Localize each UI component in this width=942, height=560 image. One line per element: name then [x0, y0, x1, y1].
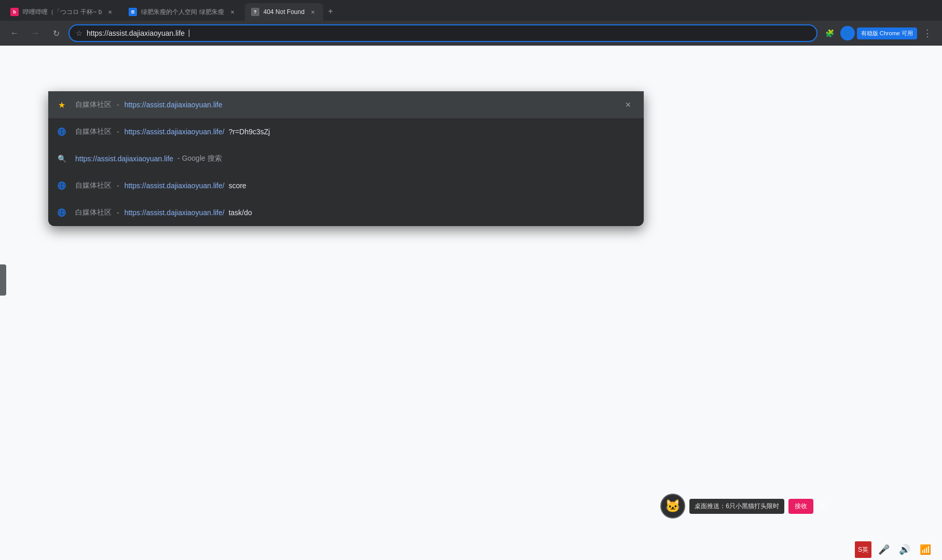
globe-icon [58, 128, 66, 136]
sidebar-toggle[interactable] [0, 264, 6, 296]
tab-close-0[interactable]: ✕ [106, 8, 114, 16]
browser-window: b哔哩哔哩（「つコロ 干杯~ b✕B绿肥朱瘦的个人空间 绿肥朱瘦✕?404 No… [0, 0, 942, 560]
autocomplete-url-path-4: task/do [229, 208, 252, 217]
autocomplete-item-0[interactable]: ★自媒体社区 - https://assist.dajiaxiaoyuan.li… [48, 91, 644, 118]
autocomplete-icon-3 [57, 180, 67, 191]
address-text: https://assist.dajiaxiaoyuan.life [87, 29, 185, 37]
autocomplete-site-name-4: 白媒体社区 [75, 208, 112, 217]
autocomplete-icon-1 [57, 127, 67, 137]
autocomplete-url-path-1: ?r=Dh9c3sZj [229, 128, 270, 136]
autocomplete-icon-0: ★ [57, 100, 67, 110]
autocomplete-sep-3: - [117, 181, 119, 190]
address-bar[interactable]: ☆ https://assist.dajiaxiaoyuan.life [68, 24, 818, 42]
autocomplete-text-0: 自媒体社区 - https://assist.dajiaxiaoyuan.lif… [75, 100, 613, 109]
autocomplete-url-base-4: https://assist.dajiaxiaoyuan.life/ [124, 208, 225, 217]
autocomplete-url-base-1: https://assist.dajiaxiaoyuan.life/ [124, 128, 225, 136]
globe-icon [58, 181, 66, 190]
extensions-button[interactable]: 🧩 [822, 25, 838, 41]
cursor [189, 30, 189, 37]
notification-avatar: 🐱 [660, 494, 685, 519]
notification-text: 桌面推送：6只小黑猫打头限时 [689, 499, 784, 514]
notification-avatar-emoji: 🐱 [665, 499, 681, 513]
autocomplete-text-3: 自媒体社区 - https://assist.dajiaxiaoyuan.lif… [75, 181, 635, 190]
tab-tab-1[interactable]: b哔哩哔哩（「つコロ 干杯~ b✕ [4, 3, 120, 21]
autocomplete-url-base-0: https://assist.dajiaxiaoyuan.life [124, 101, 223, 109]
tab-favicon-2: ? [251, 8, 259, 16]
forward-button[interactable]: → [27, 25, 44, 41]
notification-action-button[interactable]: 接收 [788, 499, 813, 514]
taskbar-network-icon[interactable]: 📶 [917, 541, 934, 558]
tab-bar: b哔哩哔哩（「つコロ 干杯~ b✕B绿肥朱瘦的个人空间 绿肥朱瘦✕?404 No… [0, 0, 942, 21]
chrome-upgrade-badge[interactable]: 有稳版 Chrome 可用 [857, 27, 917, 39]
autocomplete-sep-1: - [117, 128, 119, 136]
toolbar-right: 🧩 👤 有稳版 Chrome 可用 ⋮ [822, 25, 936, 41]
tab-favicon-1: B [129, 8, 137, 16]
new-tab-button[interactable]: + [323, 4, 338, 19]
refresh-button[interactable]: ↻ [48, 25, 64, 41]
tab-tab-2[interactable]: B绿肥朱瘦的个人空间 绿肥朱瘦✕ [122, 3, 242, 21]
autocomplete-site-name-1: 自媒体社区 [75, 127, 112, 136]
taskbar-volume-icon[interactable]: 🔊 [896, 541, 913, 558]
autocomplete-sep-0: - [117, 101, 119, 109]
autocomplete-url-path-3: score [229, 181, 246, 190]
user-avatar[interactable]: 👤 [840, 26, 855, 40]
address-bar-wrap: ☆ https://assist.dajiaxiaoyuan.life [68, 24, 818, 42]
autocomplete-icon-2: 🔍 [57, 153, 67, 164]
notification-close-button[interactable]: ✕ [818, 501, 828, 511]
autocomplete-site-name-0: 自媒体社区 [75, 100, 112, 109]
autocomplete-sep-4: - [117, 208, 119, 217]
autocomplete-url-base-3: https://assist.dajiaxiaoyuan.life/ [124, 181, 225, 190]
autocomplete-item-2[interactable]: 🔍https://assist.dajiaxiaoyuan.life - Goo… [48, 145, 644, 172]
autocomplete-dropdown: ★自媒体社区 - https://assist.dajiaxiaoyuan.li… [48, 91, 644, 226]
toolbar: ← → ↻ ☆ https://assist.dajiaxiaoyuan.lif… [0, 21, 942, 46]
autocomplete-item-4[interactable]: 白媒体社区 - https://assist.dajiaxiaoyuan.lif… [48, 199, 644, 226]
tab-close-2[interactable]: ✕ [309, 8, 317, 16]
tab-close-1[interactable]: ✕ [228, 8, 237, 16]
globe-icon [58, 208, 66, 217]
autocomplete-site-name-3: 自媒体社区 [75, 181, 112, 190]
taskbar: S英 🎤 🔊 📶 [847, 539, 942, 560]
star-icon: ★ [58, 100, 65, 110]
bookmark-star-icon[interactable]: ☆ [76, 29, 82, 37]
page-content: ★自媒体社区 - https://assist.dajiaxiaoyuan.li… [0, 46, 942, 560]
search-icon: 🔍 [58, 155, 66, 163]
autocomplete-text-1: 自媒体社区 - https://assist.dajiaxiaoyuan.lif… [75, 127, 635, 136]
autocomplete-item-3[interactable]: 自媒体社区 - https://assist.dajiaxiaoyuan.lif… [48, 172, 644, 199]
tab-favicon-0: b [10, 8, 19, 16]
autocomplete-text-4: 白媒体社区 - https://assist.dajiaxiaoyuan.lif… [75, 208, 635, 217]
autocomplete-delete-0[interactable]: ✕ [621, 97, 635, 112]
taskbar-mic-icon[interactable]: 🎤 [876, 541, 892, 558]
taskbar-input-icon[interactable]: S英 [855, 541, 871, 558]
back-button[interactable]: ← [6, 25, 23, 41]
tab-title-0: 哔哩哔哩（「つコロ 干杯~ b [23, 8, 102, 17]
bottom-notification: 🐱 桌面推送：6只小黑猫打头限时 接收 ✕ [660, 494, 828, 519]
tab-title-1: 绿肥朱瘦的个人空间 绿肥朱瘦 [141, 8, 224, 17]
autocomplete-url-text-2: https://assist.dajiaxiaoyuan.life [75, 155, 173, 163]
autocomplete-suffix-2: - Google 搜索 [177, 154, 222, 163]
tab-title-2: 404 Not Found [264, 8, 304, 16]
tab-tab-3[interactable]: ?404 Not Found✕ [245, 3, 323, 21]
autocomplete-item-1[interactable]: 自媒体社区 - https://assist.dajiaxiaoyuan.lif… [48, 118, 644, 145]
autocomplete-icon-4 [57, 207, 67, 218]
autocomplete-text-2: https://assist.dajiaxiaoyuan.life - Goog… [75, 154, 635, 163]
chrome-menu-button[interactable]: ⋮ [919, 25, 936, 41]
